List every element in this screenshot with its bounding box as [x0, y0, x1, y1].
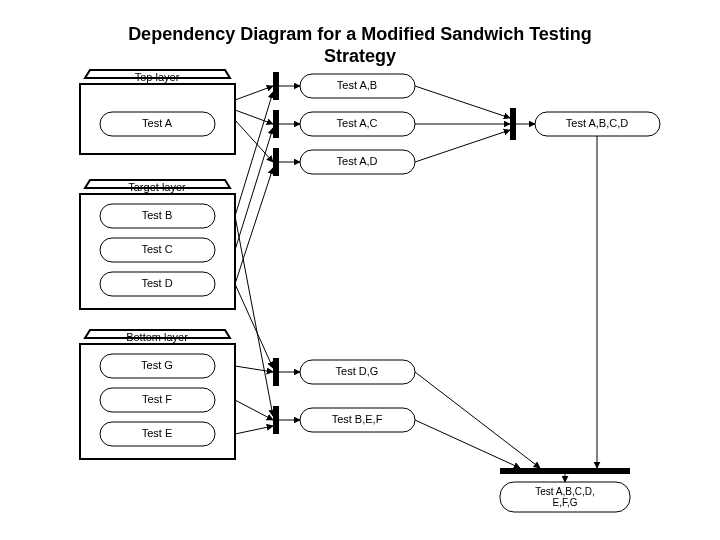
node-test-ac: Test A,C	[300, 112, 415, 136]
svg-line-36	[415, 130, 510, 162]
svg-line-46	[415, 372, 540, 468]
sync-bar-combined-top	[510, 108, 516, 140]
test-c: Test C	[141, 243, 172, 255]
svg-text:Test B,E,F: Test B,E,F	[332, 413, 383, 425]
svg-text:E,F,G: E,F,G	[552, 497, 577, 508]
svg-line-40	[235, 216, 273, 416]
svg-text:Test A,D: Test A,D	[337, 155, 378, 167]
sync-bar-top-2	[273, 110, 279, 138]
svg-line-28	[235, 92, 273, 216]
node-test-ad: Test A,D	[300, 150, 415, 174]
node-test-abcd: Test A,B,C,D	[535, 112, 660, 136]
svg-text:Test A,C: Test A,C	[337, 117, 378, 129]
layer-top: Top layer Test A	[80, 70, 235, 154]
svg-line-41	[235, 366, 273, 372]
svg-line-39	[235, 284, 273, 368]
diagram-title-line1: Dependency Diagram for a Modified Sandwi…	[128, 24, 592, 44]
layer-bottom: Bottom layer Test G Test F Test E	[80, 330, 235, 459]
diagram-title-line2: Strategy	[324, 46, 396, 66]
node-test-ab: Test A,B	[300, 74, 415, 98]
node-test-dg: Test D,G	[300, 360, 415, 384]
sync-bar-bottom-2	[273, 406, 279, 434]
sync-bar-top-1	[273, 72, 279, 100]
layer-target: Target layer Test B Test C Test D	[80, 180, 235, 309]
svg-line-43	[235, 426, 273, 434]
svg-text:Test A,B,C,D,: Test A,B,C,D,	[535, 486, 594, 497]
layer-top-header: Top layer	[135, 71, 180, 83]
test-f: Test F	[142, 393, 172, 405]
layer-target-header: Target layer	[128, 181, 186, 193]
svg-line-47	[415, 420, 520, 468]
svg-line-30	[235, 168, 273, 284]
test-e: Test E	[142, 427, 173, 439]
svg-line-34	[415, 86, 510, 118]
svg-line-29	[235, 128, 273, 250]
connectors	[235, 86, 597, 482]
svg-text:Test D,G: Test D,G	[336, 365, 379, 377]
svg-text:Test A,B: Test A,B	[337, 79, 377, 91]
sync-bar-final	[500, 468, 630, 474]
svg-text:Test A,B,C,D: Test A,B,C,D	[566, 117, 628, 129]
test-g: Test G	[141, 359, 173, 371]
test-d: Test D	[141, 277, 172, 289]
layer-bottom-header: Bottom layer	[126, 331, 188, 343]
sync-bar-top-3	[273, 148, 279, 176]
node-test-final: Test A,B,C,D, E,F,G	[500, 482, 630, 512]
test-a: Test A	[142, 117, 173, 129]
svg-line-25	[235, 86, 273, 100]
test-b: Test B	[142, 209, 173, 221]
svg-line-42	[235, 400, 273, 420]
node-test-bef: Test B,E,F	[300, 408, 415, 432]
sync-bar-bottom-1	[273, 358, 279, 386]
